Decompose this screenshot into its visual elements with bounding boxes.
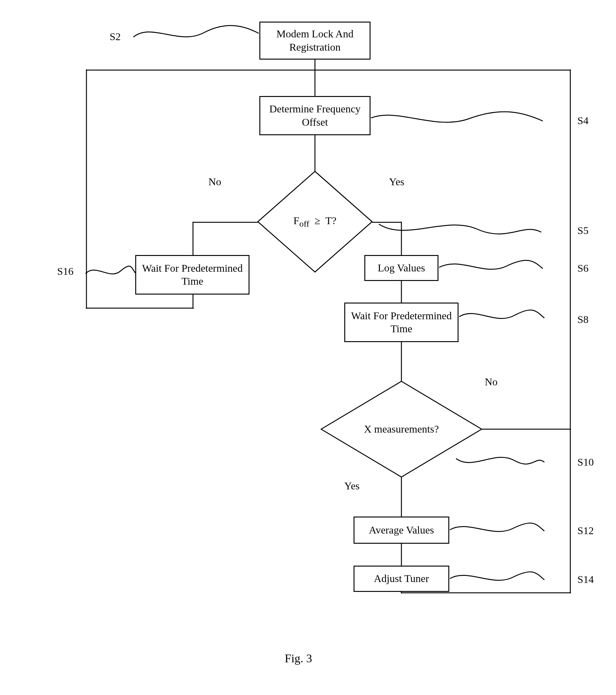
tag-s6: S6 <box>577 262 588 274</box>
node-s2-text: Modem Lock And Registration <box>263 28 366 54</box>
node-s4-text: Determine Frequency Offset <box>263 102 366 129</box>
tag-s10: S10 <box>577 456 594 468</box>
node-s16-text: Wait For Predetermined Time <box>139 262 245 288</box>
callout-s16 <box>85 265 136 281</box>
node-s5: Foff ≥ T? <box>257 171 373 273</box>
label-s5-yes: Yes <box>389 176 404 188</box>
edge-s6-s8 <box>401 281 402 304</box>
node-s8: Wait For Predetermined Time <box>344 303 459 342</box>
callout-s2 <box>133 24 259 43</box>
callout-s8 <box>459 309 545 326</box>
edge-s12-s14 <box>401 543 402 566</box>
figure-caption: Fig. 3 <box>285 651 312 665</box>
node-s12-text: Average Values <box>369 524 434 537</box>
callout-s4 <box>371 111 544 129</box>
edge-s2-s4 <box>314 59 315 97</box>
callout-s10 <box>456 452 545 469</box>
node-s4: Determine Frequency Offset <box>259 96 371 135</box>
node-s8-text: Wait For Predetermined Time <box>348 309 455 336</box>
tag-s14: S14 <box>577 574 594 586</box>
node-s5-text: Foff ≥ T? <box>293 215 336 229</box>
label-s10-no: No <box>485 376 498 388</box>
edge-s16-down <box>192 294 193 309</box>
edge-s5-no-v <box>192 222 193 256</box>
tag-s4: S4 <box>577 115 588 126</box>
callout-s14 <box>449 571 545 588</box>
callout-s12 <box>449 522 545 539</box>
edge-s8-s10 <box>401 341 402 381</box>
edge-s4-s5 <box>314 135 315 171</box>
edge-s10-no-h1 <box>482 428 571 430</box>
label-s10-yes: Yes <box>344 480 359 492</box>
edge-s16-h <box>86 307 193 309</box>
tag-s5: S5 <box>577 225 588 237</box>
callout-s6 <box>439 259 544 276</box>
tag-s8: S8 <box>577 314 588 325</box>
node-s6-text: Log Values <box>378 261 425 275</box>
edge-top-bus <box>86 69 571 71</box>
edge-s5-no-h <box>193 222 258 223</box>
edge-s14-h <box>401 592 571 593</box>
tag-s16: S16 <box>57 266 73 277</box>
edge-s10-s12 <box>401 477 402 517</box>
label-s5-no: No <box>208 176 221 188</box>
edge-right-rail <box>570 69 571 593</box>
node-s14-text: Adjust Tuner <box>374 572 429 586</box>
node-s2: Modem Lock And Registration <box>259 22 371 60</box>
node-s16: Wait For Predetermined Time <box>135 255 250 294</box>
tag-s2: S2 <box>109 31 121 43</box>
callout-s5 <box>378 220 542 241</box>
node-s10-text: X measurements? <box>364 423 439 436</box>
node-s6: Log Values <box>364 255 439 281</box>
node-s14: Adjust Tuner <box>354 566 449 592</box>
tag-s12: S12 <box>577 525 594 537</box>
node-s12: Average Values <box>354 516 449 544</box>
